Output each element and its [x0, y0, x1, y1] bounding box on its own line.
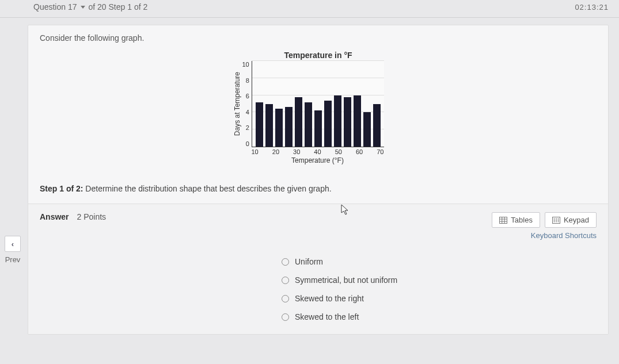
- question-header: Question 17 of 20 Step 1 of 2 02:13:21: [0, 0, 619, 18]
- svg-point-7: [556, 218, 557, 219]
- radio-icon: [282, 277, 289, 284]
- ytick: 10: [242, 61, 249, 68]
- bar: [344, 97, 351, 147]
- answer-options: Uniform Symmetrical, but not uniform Ske…: [282, 257, 597, 321]
- tables-button[interactable]: Tables: [492, 212, 540, 228]
- xtick: 50: [335, 148, 342, 155]
- question-progress: of 20 Step 1 of 2: [89, 2, 148, 12]
- y-axis-label: Days at Temperature: [232, 72, 242, 136]
- y-axis-ticks: 10 8 6 4 2 0: [242, 61, 252, 147]
- ytick: 8: [246, 77, 249, 84]
- svg-point-14: [558, 221, 559, 222]
- xtick: 10: [252, 148, 259, 155]
- option-symmetrical[interactable]: Symmetrical, but not uniform: [282, 275, 597, 285]
- ytick: 4: [246, 109, 249, 116]
- x-axis-ticks: 10 20 30 40 50 60 70: [252, 147, 384, 155]
- table-icon: [499, 217, 507, 224]
- xtick: 70: [377, 148, 383, 155]
- step-instruction: Step 1 of 2: Determine the distribution …: [28, 168, 608, 204]
- prev-button[interactable]: ‹: [5, 236, 21, 252]
- chart-container: Temperature in °F Days at Temperature 10…: [28, 48, 608, 168]
- ytick: 2: [246, 124, 249, 131]
- bar: [354, 95, 361, 147]
- bar: [363, 112, 371, 147]
- answer-label: Answer: [40, 212, 69, 221]
- keyboard-shortcuts-link[interactable]: Keyboard Shortcuts: [492, 231, 597, 240]
- option-label: Skewed to the right: [295, 294, 364, 303]
- radio-icon: [282, 258, 289, 266]
- bar: [314, 110, 322, 147]
- bar: [256, 102, 263, 147]
- svg-point-12: [554, 221, 555, 222]
- svg-point-10: [556, 220, 557, 221]
- bar: [305, 102, 312, 147]
- x-axis-label: Temperature (°F): [252, 156, 384, 164]
- tables-button-label: Tables: [511, 216, 533, 224]
- keypad-button[interactable]: Keypad: [545, 212, 597, 228]
- bars-group: [252, 61, 384, 147]
- option-uniform[interactable]: Uniform: [282, 257, 597, 266]
- question-dropdown[interactable]: Question 17: [33, 2, 85, 12]
- option-skewed-left[interactable]: Skewed to the left: [282, 312, 597, 321]
- timer: 02:13:21: [575, 3, 609, 12]
- keypad-button-label: Keypad: [564, 216, 589, 224]
- bar: [285, 107, 293, 147]
- xtick: 30: [293, 148, 300, 155]
- question-nav: Question 17 of 20 Step 1 of 2: [33, 2, 147, 12]
- bar: [295, 97, 302, 147]
- xtick: 60: [356, 148, 363, 155]
- ytick: 6: [246, 93, 249, 99]
- bar: [373, 104, 381, 147]
- plot-area: [252, 61, 384, 147]
- xtick: 20: [272, 148, 279, 155]
- svg-rect-0: [500, 217, 507, 223]
- svg-point-8: [558, 218, 559, 219]
- option-label: Symmetrical, but not uniform: [295, 275, 397, 285]
- answer-section: Answer 2 Points Tables Keypad: [28, 204, 608, 334]
- svg-point-6: [554, 218, 555, 219]
- prompt-text: Consider the following graph.: [28, 25, 608, 48]
- radio-icon: [282, 313, 289, 321]
- ytick: 0: [246, 140, 249, 147]
- content-panel: Consider the following graph. Temperatur…: [28, 25, 609, 335]
- step-label: Step 1 of 2:: [40, 184, 83, 193]
- step-text: Determine the distribution shape that be…: [85, 184, 331, 193]
- points-label: 2 Points: [77, 212, 106, 221]
- chart-title: Temperature in °F: [232, 51, 405, 60]
- bar: [324, 101, 332, 147]
- bar: [265, 104, 273, 147]
- svg-point-9: [554, 220, 555, 221]
- prev-label: Prev: [5, 255, 21, 264]
- xtick: 40: [314, 148, 321, 155]
- question-number-label: Question 17: [33, 2, 77, 12]
- caret-down-icon: [81, 6, 85, 9]
- svg-point-13: [556, 221, 557, 222]
- option-skewed-right[interactable]: Skewed to the right: [282, 294, 597, 303]
- prev-nav: ‹ Prev: [5, 236, 21, 264]
- option-label: Uniform: [295, 257, 323, 266]
- bar: [334, 95, 341, 147]
- bar: [275, 109, 283, 147]
- answer-label-row: Answer 2 Points: [40, 212, 106, 221]
- chevron-left-icon: ‹: [12, 240, 14, 248]
- radio-icon: [282, 295, 289, 302]
- option-label: Skewed to the left: [295, 312, 359, 321]
- svg-point-11: [558, 220, 559, 221]
- keypad-icon: [552, 217, 560, 224]
